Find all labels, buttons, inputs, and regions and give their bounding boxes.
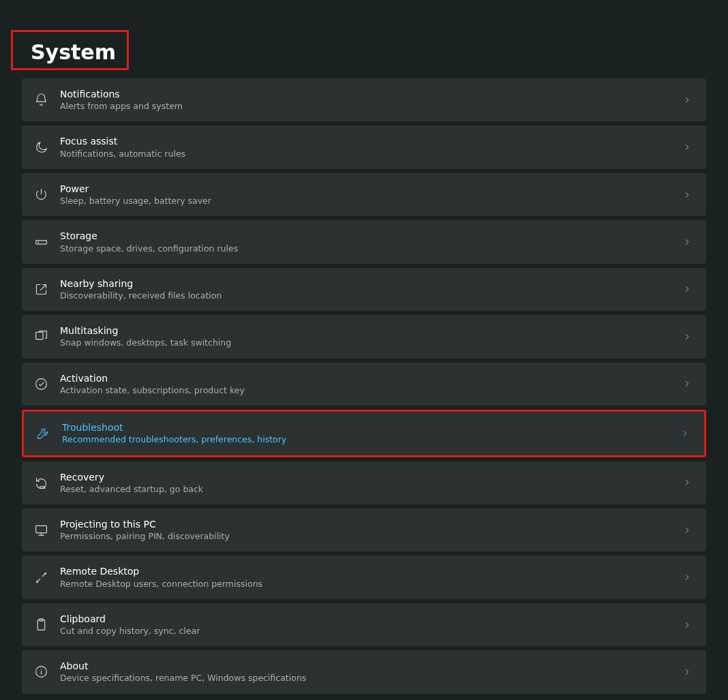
settings-item-about[interactable]: AboutDevice specifications, rename PC, W… (22, 650, 706, 693)
multitask-icon (34, 329, 60, 345)
settings-item-nearby-sharing[interactable]: Nearby sharingDiscoverability, received … (22, 268, 706, 311)
settings-item-subtitle: Reset, advanced startup, go back (60, 484, 680, 495)
settings-item-texts: Nearby sharingDiscoverability, received … (60, 277, 680, 301)
moon-icon (34, 139, 60, 155)
settings-item-notifications[interactable]: NotificationsAlerts from apps and system (22, 78, 706, 121)
chevron-right-icon (680, 95, 694, 105)
settings-item-storage[interactable]: StorageStorage space, drives, configurat… (22, 220, 706, 263)
settings-item-texts: Focus assistNotifications, automatic rul… (60, 135, 680, 159)
settings-item-subtitle: Remote Desktop users, connection permiss… (60, 579, 680, 590)
chevron-right-icon (680, 332, 694, 341)
settings-item-texts: MultitaskingSnap windows, desktops, task… (60, 324, 680, 348)
settings-item-subtitle: Sleep, battery usage, battery saver (60, 196, 680, 207)
settings-item-subtitle: Notifications, automatic rules (60, 149, 680, 159)
remote-icon (34, 569, 60, 585)
settings-item-subtitle: Storage space, drives, configuration rul… (60, 243, 680, 254)
chevron-right-icon (680, 379, 694, 389)
settings-item-power[interactable]: PowerSleep, battery usage, battery saver (22, 173, 706, 216)
settings-item-subtitle: Permissions, pairing PIN, discoverabilit… (60, 531, 680, 542)
page-title: System (11, 30, 129, 70)
chevron-right-icon (680, 478, 694, 487)
chevron-right-icon (680, 190, 694, 200)
settings-item-texts: Remote DesktopRemote Desktop users, conn… (60, 565, 680, 589)
settings-item-recovery[interactable]: RecoveryReset, advanced startup, go back (22, 461, 706, 504)
settings-item-texts: TroubleshootRecommended troubleshooters,… (62, 421, 678, 445)
share-icon (34, 281, 60, 297)
settings-item-texts: AboutDevice specifications, rename PC, W… (60, 660, 680, 684)
chevron-right-icon (680, 667, 694, 677)
chevron-right-icon (678, 429, 692, 438)
settings-item-title: About (60, 660, 680, 672)
settings-item-subtitle: Discoverability, received files location (60, 290, 680, 301)
settings-item-title: Recovery (60, 471, 680, 483)
settings-item-title: Notifications (60, 88, 680, 100)
settings-item-subtitle: Snap windows, desktops, task switching (60, 337, 680, 348)
chevron-right-icon (680, 284, 694, 294)
settings-item-texts: NotificationsAlerts from apps and system (60, 88, 680, 112)
power-icon (34, 187, 60, 203)
settings-item-subtitle: Device specifications, rename PC, Window… (60, 673, 680, 684)
chevron-right-icon (680, 620, 694, 630)
settings-item-subtitle: Alerts from apps and system (60, 101, 680, 112)
settings-item-texts: PowerSleep, battery usage, battery saver (60, 183, 680, 207)
settings-item-title: Activation (60, 372, 680, 384)
settings-item-subtitle: Recommended troubleshooters, preferences… (62, 434, 678, 445)
settings-item-texts: Projecting to this PCPermissions, pairin… (60, 518, 680, 542)
settings-item-texts: RecoveryReset, advanced startup, go back (60, 471, 680, 495)
settings-item-projecting[interactable]: Projecting to this PCPermissions, pairin… (22, 508, 706, 551)
storage-icon (34, 234, 60, 250)
settings-item-texts: ActivationActivation state, subscription… (60, 372, 680, 396)
info-icon (34, 664, 60, 680)
settings-item-subtitle: Cut and copy history, sync, clear (60, 626, 680, 637)
settings-item-title: Focus assist (60, 135, 680, 147)
settings-item-remote-desktop[interactable]: Remote DesktopRemote Desktop users, conn… (22, 556, 706, 598)
settings-item-texts: StorageStorage space, drives, configurat… (60, 230, 680, 254)
settings-item-title: Troubleshoot (62, 421, 678, 433)
recovery-icon (34, 474, 60, 491)
settings-item-title: Storage (60, 230, 680, 242)
settings-item-title: Nearby sharing (60, 277, 680, 290)
settings-item-activation[interactable]: ActivationActivation state, subscription… (22, 363, 706, 406)
settings-item-clipboard[interactable]: ClipboardCut and copy history, sync, cle… (22, 603, 706, 646)
settings-item-multitasking[interactable]: MultitaskingSnap windows, desktops, task… (22, 315, 706, 358)
settings-item-title: Power (60, 183, 680, 195)
settings-item-title: Clipboard (60, 613, 680, 625)
settings-item-title: Projecting to this PC (60, 518, 680, 530)
chevron-right-icon (680, 237, 694, 247)
project-icon (34, 522, 60, 538)
settings-item-troubleshoot[interactable]: TroubleshootRecommended troubleshooters,… (22, 410, 706, 457)
settings-list: NotificationsAlerts from apps and system… (0, 78, 728, 694)
settings-item-subtitle: Activation state, subscriptions, product… (60, 385, 680, 396)
chevron-right-icon (680, 573, 694, 582)
settings-item-title: Multitasking (60, 324, 680, 337)
settings-item-title: Remote Desktop (60, 565, 680, 577)
settings-item-texts: ClipboardCut and copy history, sync, cle… (60, 613, 680, 637)
clipboard-icon (34, 617, 60, 633)
settings-item-focus-assist[interactable]: Focus assistNotifications, automatic rul… (22, 125, 706, 168)
check-circle-icon (34, 376, 60, 392)
chevron-right-icon (680, 142, 694, 152)
chevron-right-icon (680, 526, 694, 535)
bell-icon (34, 92, 60, 108)
wrench-icon (36, 425, 62, 442)
